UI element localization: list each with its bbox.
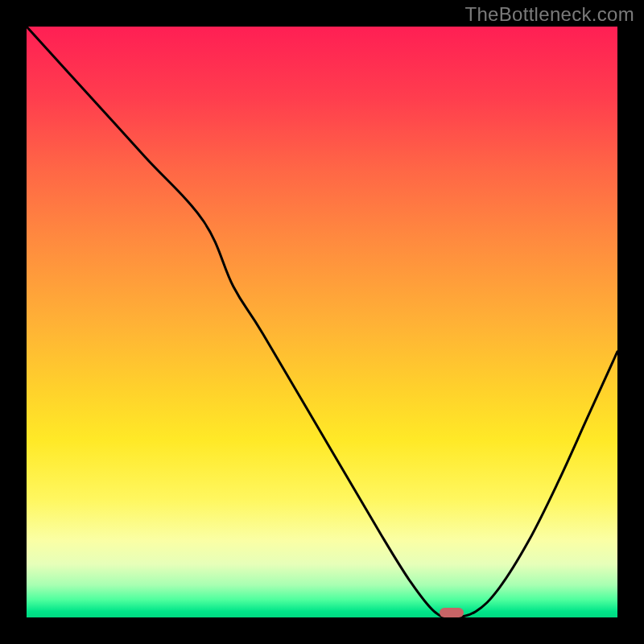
optimal-marker — [440, 608, 464, 617]
curve-line — [27, 27, 617, 617]
bottleneck-curve — [27, 27, 617, 617]
plot-area — [27, 27, 617, 617]
chart-container: TheBottleneck.com — [0, 0, 644, 644]
watermark-text: TheBottleneck.com — [464, 3, 634, 26]
